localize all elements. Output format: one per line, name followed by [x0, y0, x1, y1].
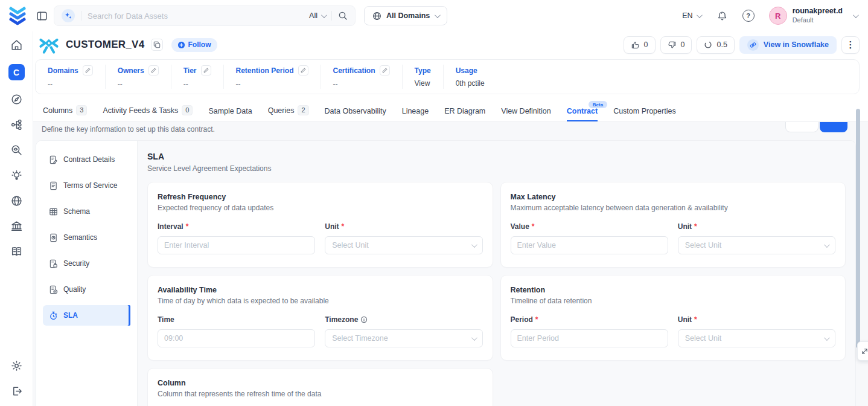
tab-er-diagram[interactable]: ER Diagram: [444, 107, 485, 121]
card-refresh-frequency: Refresh Frequency Expected frequency of …: [147, 182, 493, 268]
page-title: CUSTOMER_V4: [66, 39, 145, 51]
app-c-icon[interactable]: C: [8, 64, 25, 80]
card-retention: Retention Timeline of data retention Per…: [500, 275, 846, 361]
tab-view-definition[interactable]: View Definition: [501, 107, 550, 121]
sla-title: SLA: [147, 152, 846, 161]
score-badge[interactable]: 0.5: [697, 36, 734, 54]
glossary-book-icon[interactable]: [10, 245, 23, 258]
menu-security[interactable]: Security: [43, 253, 130, 274]
meta-usage: Usage 0th pctile: [444, 65, 497, 89]
govern-bank-icon[interactable]: [10, 220, 23, 233]
tab-data-observability[interactable]: Data Observability: [325, 107, 386, 121]
global-search-bar[interactable]: Search for Data Assets All: [54, 5, 356, 26]
settings-gear-icon[interactable]: [10, 359, 23, 372]
edit-pencil-icon[interactable]: [298, 65, 308, 76]
tab-lineage[interactable]: Lineage: [402, 107, 429, 121]
ai-sparkle-icon[interactable]: [62, 9, 75, 22]
notifications-bell-icon[interactable]: [716, 10, 728, 22]
chevron-down-icon: [697, 12, 703, 18]
meta-domains: Domains --: [36, 65, 106, 89]
semantics-icon: [49, 233, 58, 242]
home-icon[interactable]: [10, 39, 23, 51]
contract-side-menu: Contract Details Terms of Service Schema…: [36, 141, 138, 406]
terms-of-service-icon: [49, 181, 58, 190]
domains-globe-icon[interactable]: [10, 195, 23, 207]
lineage-hierarchy-icon[interactable]: [10, 118, 23, 131]
beta-badge: Beta: [589, 101, 607, 108]
contract-panel: Contract Details Terms of Service Schema…: [36, 140, 856, 406]
language-dropdown[interactable]: EN: [682, 11, 700, 20]
meta-tier: Tier --: [171, 65, 224, 89]
info-icon: [360, 316, 368, 323]
menu-semantics[interactable]: Semantics: [43, 227, 130, 248]
edit-pencil-icon[interactable]: [148, 65, 159, 76]
tab-activity-feeds[interactable]: Activity Feeds & Tasks0: [103, 105, 193, 121]
entity-metadata-card: Domains -- Owners -- Tier -- Retention P…: [35, 59, 860, 94]
retention-unit-select[interactable]: Select Unit: [678, 329, 835, 347]
chevron-down-icon: [321, 12, 327, 18]
search-scope-dropdown[interactable]: All: [309, 11, 325, 20]
thumbs-down-icon: [668, 40, 677, 50]
tab-columns[interactable]: Columns3: [43, 105, 87, 121]
entity-tabs: Columns3 Activity Feeds & Tasks0 Sample …: [33, 100, 868, 122]
refresh-unit-select[interactable]: Select Unit: [325, 236, 482, 254]
contract-details-icon: [49, 155, 58, 164]
meta-owners: Owners --: [106, 65, 171, 89]
user-profile-menu[interactable]: R rounakpreet.d Default: [769, 7, 857, 25]
top-navbar: Search for Data Assets All All Domains E…: [0, 0, 868, 31]
menu-schema[interactable]: Schema: [43, 201, 130, 222]
insights-bulb-icon[interactable]: [10, 169, 23, 182]
copy-icon[interactable]: [151, 39, 163, 51]
chevron-down-icon: [471, 242, 477, 248]
latency-unit-select[interactable]: Select Unit: [678, 236, 835, 254]
secondary-action-button[interactable]: [785, 122, 819, 132]
availability-time-input[interactable]: [158, 329, 315, 347]
snowflake-icon: [38, 34, 60, 56]
chevron-down-icon: [435, 12, 441, 18]
sla-subtitle: Service Level Agreement Expectations: [147, 164, 846, 173]
resize-handle-widget[interactable]: [857, 341, 868, 361]
edit-pencil-icon[interactable]: [201, 65, 211, 76]
search-icon[interactable]: [338, 11, 348, 21]
retention-period-input[interactable]: [511, 329, 668, 347]
scrollbar[interactable]: [856, 109, 860, 348]
tab-contract[interactable]: ContractBeta: [567, 107, 598, 121]
resize-handle-icon: [861, 347, 868, 355]
avatar[interactable]: R: [769, 7, 787, 25]
chevron-down-icon: [853, 12, 859, 18]
tier-score-icon: [704, 40, 712, 49]
meta-type: Type View: [403, 65, 444, 89]
follow-plus-icon: [177, 41, 185, 49]
downvote-button[interactable]: 0: [660, 36, 692, 54]
help-icon[interactable]: ?: [742, 10, 755, 22]
tab-custom-properties[interactable]: Custom Properties: [613, 107, 676, 121]
follow-button[interactable]: Follow: [171, 38, 217, 52]
logout-icon[interactable]: [10, 385, 23, 398]
latency-value-input[interactable]: [511, 236, 668, 254]
explore-compass-icon[interactable]: [10, 93, 23, 106]
edit-pencil-icon[interactable]: [380, 65, 390, 76]
quality-icon: [49, 285, 58, 294]
search-input[interactable]: Search for Data Assets: [88, 11, 309, 21]
menu-sla[interactable]: SLA: [43, 305, 130, 326]
sla-stopwatch-icon: [49, 311, 58, 320]
tab-sample-data[interactable]: Sample Data: [208, 107, 252, 121]
upvote-button[interactable]: 0: [624, 36, 656, 54]
menu-contract-details[interactable]: Contract Details: [43, 149, 130, 170]
view-in-snowflake-button[interactable]: View in Snowflake: [739, 36, 837, 54]
observability-search-icon[interactable]: [10, 144, 23, 156]
entity-header: CUSTOMER_V4 Follow 0 0 0.5: [33, 31, 868, 57]
chevron-down-icon: [824, 335, 830, 341]
timezone-select[interactable]: Select Timezone: [325, 329, 482, 347]
left-nav-rail: C: [0, 31, 33, 406]
menu-quality[interactable]: Quality: [43, 279, 130, 300]
menu-terms-of-service[interactable]: Terms of Service: [43, 175, 130, 196]
primary-action-button[interactable]: [820, 122, 847, 132]
interval-input[interactable]: [158, 236, 315, 254]
edit-pencil-icon[interactable]: [83, 65, 93, 76]
sidebar-toggle-icon[interactable]: [36, 10, 48, 22]
kebab-menu-icon[interactable]: ⋮: [841, 36, 860, 54]
all-domains-button[interactable]: All Domains: [364, 6, 447, 25]
external-link-icon: [747, 39, 759, 51]
tab-queries[interactable]: Queries2: [268, 105, 309, 121]
